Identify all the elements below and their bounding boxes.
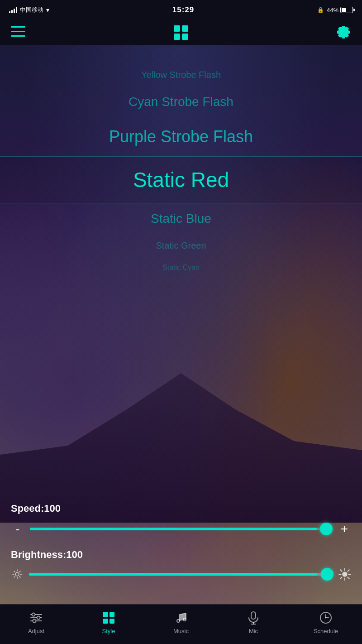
- speed-minus-button[interactable]: -: [11, 522, 24, 536]
- adjust-icon: [29, 610, 43, 625]
- tab-adjust[interactable]: Adjust: [0, 610, 72, 634]
- svg-line-17: [340, 570, 342, 571]
- battery: 44%: [327, 7, 353, 14]
- brightness-label: Brightness:100: [11, 549, 351, 561]
- tab-style[interactable]: Style: [72, 610, 145, 634]
- list-item-cyan-strobe[interactable]: Cyan Strobe Flash: [0, 87, 362, 117]
- svg-rect-0: [11, 26, 25, 28]
- speed-label: Speed:100: [11, 503, 351, 514]
- svg-line-20: [348, 570, 349, 571]
- tab-mic[interactable]: Mic: [217, 610, 290, 634]
- carrier-label: 中国移动: [20, 6, 43, 14]
- svg-line-10: [14, 577, 15, 577]
- status-time: 15:29: [172, 5, 194, 14]
- svg-rect-2: [11, 35, 25, 37]
- svg-point-24: [32, 613, 35, 616]
- schedule-icon: [319, 610, 333, 625]
- svg-point-12: [342, 572, 347, 577]
- list-item-purple-strobe[interactable]: Purple Strobe Flash: [0, 117, 362, 156]
- tab-music[interactable]: Music: [145, 610, 217, 634]
- tab-bar: Adjust Style Music: [0, 604, 362, 644]
- mic-icon: [246, 610, 261, 625]
- style-icon: [101, 610, 116, 625]
- brightness-thumb[interactable]: [321, 568, 333, 581]
- list-item-yellow-strobe[interactable]: Yellow Strobe Flash: [0, 63, 362, 87]
- status-right: 🔒 44%: [317, 7, 353, 14]
- svg-line-9: [19, 577, 20, 577]
- list-item-static-green[interactable]: Static Green: [0, 234, 362, 257]
- svg-point-27: [177, 620, 180, 622]
- status-left: 中国移动 ▾: [9, 6, 49, 14]
- svg-point-25: [37, 616, 40, 620]
- mic-tab-label: Mic: [249, 628, 258, 634]
- speed-slider-row: - +: [11, 522, 351, 536]
- speed-plus-button[interactable]: +: [338, 522, 351, 536]
- selected-item-wrapper: Static Red: [0, 156, 362, 203]
- menu-button[interactable]: [11, 26, 25, 39]
- battery-percent: 44%: [327, 7, 338, 14]
- svg-point-35: [325, 617, 327, 619]
- style-tab-label: Style: [102, 628, 115, 634]
- schedule-tab-label: Schedule: [314, 628, 338, 634]
- status-bar: 中国移动 ▾ 15:29 🔒 44%: [0, 0, 362, 20]
- music-tab-label: Music: [173, 628, 189, 634]
- tab-schedule[interactable]: Schedule: [290, 610, 362, 634]
- style-grid-button[interactable]: [174, 25, 188, 40]
- list-item-static-red[interactable]: Static Red: [0, 157, 362, 203]
- music-icon: [174, 610, 188, 625]
- signal-icon: [9, 7, 17, 13]
- main-content: Yellow Strobe Flash Cyan Strobe Flash Pu…: [0, 45, 362, 604]
- battery-icon: [340, 7, 353, 13]
- settings-button[interactable]: [337, 24, 351, 41]
- svg-line-8: [14, 571, 15, 572]
- wifi-icon: ▾: [46, 6, 49, 14]
- speed-slider[interactable]: [30, 528, 332, 530]
- top-nav: [0, 20, 362, 45]
- svg-rect-29: [251, 612, 256, 619]
- speed-thumb[interactable]: [320, 523, 333, 535]
- svg-line-11: [19, 571, 20, 572]
- svg-point-3: [15, 572, 19, 576]
- list-item-static-blue[interactable]: Static Blue: [0, 203, 362, 234]
- brightness-low-icon: [11, 568, 24, 581]
- svg-point-26: [33, 620, 36, 623]
- brightness-high-icon: [338, 568, 351, 581]
- brightness-slider[interactable]: [29, 573, 333, 576]
- svg-line-18: [348, 577, 349, 579]
- svg-line-19: [340, 577, 342, 579]
- svg-rect-1: [11, 31, 25, 32]
- adjust-tab-label: Adjust: [28, 628, 44, 634]
- brightness-slider-row: [11, 568, 351, 581]
- lock-icon: 🔒: [317, 7, 324, 13]
- controls-section: Speed:100 - + Brightness:100: [0, 494, 362, 604]
- divider-bottom: [0, 203, 362, 203]
- list-item-static-cyan[interactable]: Static Cyan: [0, 257, 362, 278]
